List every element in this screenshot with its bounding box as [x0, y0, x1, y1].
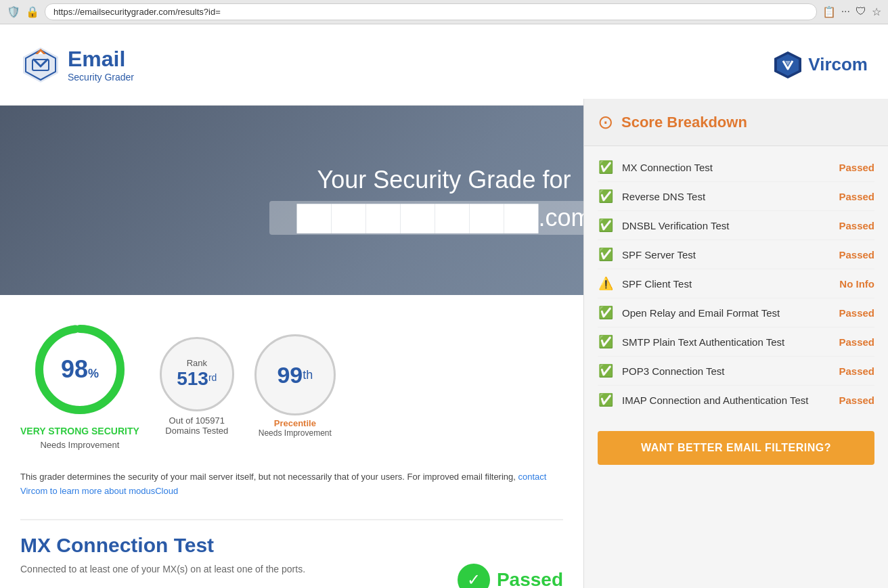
- speedometer-icon: ⊙: [598, 111, 613, 133]
- main-content: 98% VERY STRONG SECURITY Needs Improveme…: [0, 295, 888, 588]
- star-icon[interactable]: ☆: [872, 5, 881, 18]
- score-items-list: ✅MX Connection TestPassed✅Reverse DNS Te…: [584, 146, 888, 421]
- score-panel: ⊙ Score Breakdown ✅MX Connection TestPas…: [583, 99, 888, 588]
- score-item-label: SPF Server Test: [622, 249, 830, 261]
- score-item: ✅MX Connection TestPassed: [598, 153, 874, 182]
- score-item: ✅IMAP Connection and Authentication Test…: [598, 386, 874, 414]
- site-header: Email Security Grader Vircom: [0, 24, 888, 106]
- score-panel-header: ⊙ Score Breakdown: [584, 99, 888, 146]
- check-circle-icon: ✅: [598, 334, 614, 349]
- check-circle-icon: ✅: [598, 160, 614, 175]
- percentile-number: 99: [277, 362, 303, 388]
- score-item-status: Passed: [839, 336, 874, 348]
- score-item-status: No Info: [839, 278, 874, 290]
- score-item-status: Passed: [839, 191, 874, 202]
- score-item-status: Passed: [839, 365, 874, 377]
- want-better-button[interactable]: WANT BETTER EMAIL FILTERING?: [598, 431, 874, 465]
- score-circle: 98%: [32, 322, 127, 417]
- lock-icon: 🔒: [26, 5, 39, 18]
- logo-email: Email: [68, 47, 134, 72]
- score-item-status: Passed: [839, 220, 874, 231]
- score-panel-title: Score Breakdown: [621, 114, 747, 131]
- percentile-circle: 99th: [254, 334, 336, 415]
- score-item-label: SPF Client Test: [622, 278, 831, 290]
- score-item: ✅DNSBL Verification TestPassed: [598, 211, 874, 240]
- mx-test-result: ✓ Passed: [458, 564, 563, 588]
- hero-title: Your Security Grade for: [269, 166, 618, 194]
- check-circle-icon: ✅: [598, 189, 614, 204]
- vircom-logo: Vircom: [773, 50, 868, 80]
- logo-icon: [20, 45, 61, 85]
- score-item-label: Reverse DNS Test: [622, 191, 830, 202]
- check-circle-icon: ✅: [598, 247, 614, 262]
- score-item-label: Open Relay and Email Format Test: [622, 307, 830, 319]
- info-paragraph: This grader determines the security of y…: [20, 470, 563, 499]
- score-label: VERY STRONG SECURITY: [20, 425, 139, 437]
- score-item-status: Passed: [839, 249, 874, 261]
- rank-domains: Domains Tested: [160, 426, 234, 436]
- rank-number: 513: [177, 368, 208, 389]
- logo-text: Email Security Grader: [68, 47, 134, 83]
- more-icon[interactable]: ···: [841, 5, 850, 18]
- mx-test-description: Connected to at least one of your MX(s) …: [20, 564, 437, 574]
- security-icon: 🛡️: [7, 5, 20, 18]
- score-item: ✅Open Relay and Email Format TestPassed: [598, 298, 874, 327]
- check-circle-icon: ✅: [598, 392, 614, 407]
- check-circle-icon: ✅: [598, 305, 614, 320]
- score-item-status: Passed: [839, 162, 874, 173]
- mx-test-row: Connected to at least one of your MX(s) …: [20, 564, 563, 588]
- score-number: 98%: [61, 355, 99, 384]
- score-item: ✅SMTP Plain Text Authentication TestPass…: [598, 327, 874, 357]
- percentile-suffix: th: [303, 367, 313, 381]
- percentile-label: Precentile: [254, 418, 336, 428]
- score-item: ⚠️SPF Client TestNo Info: [598, 269, 874, 298]
- left-content: 98% VERY STRONG SECURITY Needs Improveme…: [0, 295, 583, 588]
- vircom-icon: [773, 50, 803, 80]
- hero-domain: ██████████████.com: [269, 201, 618, 235]
- score-item-label: POP3 Connection Test: [622, 365, 830, 377]
- mx-test-status: Passed: [497, 569, 563, 588]
- mx-test-title: MX Connection Test: [20, 534, 563, 557]
- score-item: ✅SPF Server TestPassed: [598, 240, 874, 269]
- score-item: ✅Reverse DNS TestPassed: [598, 182, 874, 211]
- hero-content: Your Security Grade for ██████████████.c…: [269, 166, 618, 235]
- logo: Email Security Grader: [20, 45, 134, 85]
- score-sublabel: Needs Improvement: [20, 440, 139, 450]
- score-item: ✅POP3 Connection TestPassed: [598, 357, 874, 386]
- mx-test-section: MX Connection Test Connected to at least…: [20, 519, 563, 588]
- browser-chrome: 🛡️ 🔒 https://emailsecuritygrader.com/res…: [0, 0, 888, 24]
- percentile-sub: Needs Improvement: [254, 428, 336, 438]
- check-circle-icon: ✅: [598, 363, 614, 378]
- score-item-label: MX Connection Test: [622, 162, 830, 173]
- rank-circle: Rank 513rd: [160, 337, 234, 411]
- score-item-status: Passed: [839, 307, 874, 319]
- check-circle-icon: ✅: [598, 218, 614, 233]
- reader-icon[interactable]: 📋: [822, 5, 836, 18]
- url-bar[interactable]: https://emailsecuritygrader.com/results?…: [45, 3, 817, 20]
- shield-icon[interactable]: 🛡: [856, 5, 866, 18]
- metrics-row: 98% VERY STRONG SECURITY Needs Improveme…: [20, 315, 563, 450]
- rank-info: Out of 105971 Domains Tested: [160, 415, 234, 436]
- rank-container: Rank 513rd Out of 105971 Domains Tested: [160, 337, 234, 436]
- vircom-text: Vircom: [808, 54, 868, 75]
- score-item-status: Passed: [839, 394, 874, 406]
- logo-security-grader: Security Grader: [68, 72, 134, 83]
- percentile-container: 99th Precentile Needs Improvement: [254, 334, 336, 438]
- score-item-label: IMAP Connection and Authentication Test: [622, 394, 830, 406]
- score-item-label: SMTP Plain Text Authentication Test: [622, 336, 830, 348]
- score-circle-container: 98% VERY STRONG SECURITY Needs Improveme…: [20, 322, 139, 450]
- rank-out-of: Out of 105971: [160, 415, 234, 426]
- score-item-label: DNSBL Verification Test: [622, 220, 830, 231]
- rank-suffix: rd: [208, 372, 217, 383]
- warning-icon: ⚠️: [598, 276, 614, 291]
- rank-label: Rank: [187, 358, 207, 368]
- mx-pass-icon: ✓: [458, 564, 490, 588]
